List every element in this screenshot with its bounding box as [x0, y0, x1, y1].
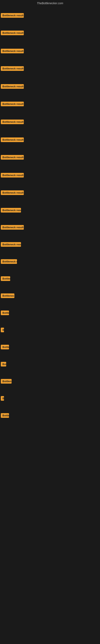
result-row-9: Bottleneck result [0, 154, 25, 162]
bottleneck-badge-19[interactable]: B [1, 328, 4, 332]
result-row-22: Bottlens [0, 378, 12, 386]
result-row-10: Bottleneck result [0, 172, 25, 180]
bottleneck-badge-16[interactable]: Bottlen [1, 276, 10, 281]
bottleneck-badge-9[interactable]: Bottleneck result [1, 155, 24, 160]
result-row-4: Bottleneck result [0, 65, 25, 73]
bottleneck-badge-14[interactable]: Bottleneck resu [1, 242, 21, 247]
bottleneck-badge-13[interactable]: Bottleneck result [1, 225, 24, 230]
result-row-20: Bottle [0, 344, 10, 352]
bottleneck-badge-17[interactable]: Bottleneck [1, 294, 14, 298]
result-row-6: Bottleneck result [0, 100, 25, 108]
bottleneck-badge-2[interactable]: Bottleneck result [1, 30, 24, 35]
bottleneck-badge-22[interactable]: Bottlens [1, 379, 12, 384]
bottleneck-badge-21[interactable]: Bott [1, 362, 6, 366]
result-row-14: Bottleneck resu [0, 241, 22, 249]
bottleneck-badge-15[interactable]: Bottleneck r [1, 259, 17, 264]
bottleneck-badge-20[interactable]: Bottle [1, 345, 9, 349]
bottleneck-badge-7[interactable]: Bottleneck result [1, 120, 24, 124]
bottleneck-badge-12[interactable]: Bottleneck resu [1, 208, 21, 212]
bottleneck-badge-11[interactable]: Bottleneck result [1, 190, 24, 195]
result-row-12: Bottleneck resu [0, 207, 22, 214]
result-row-5: Bottleneck result [0, 83, 25, 91]
result-row-18: Bottle [0, 309, 10, 317]
result-row-1: Bottleneck result [0, 12, 25, 20]
result-row-7: Bottleneck result [0, 118, 25, 126]
result-row-3: Bottleneck result [0, 48, 25, 55]
result-row-16: Bottlen [0, 275, 11, 283]
bottleneck-badge-3[interactable]: Bottleneck result [1, 49, 24, 53]
bottleneck-badge-10[interactable]: Bottleneck result [1, 173, 24, 178]
result-row-23: B [0, 395, 5, 403]
result-row-24: Bottle [0, 412, 10, 420]
bottleneck-badge-6[interactable]: Bottleneck result [1, 102, 24, 106]
bottleneck-badge-5[interactable]: Bottleneck result [1, 84, 24, 89]
bottleneck-badge-18[interactable]: Bottle [1, 310, 9, 315]
site-title: TheBottlenecker.com [0, 0, 100, 6]
result-row-8: Bottleneck result [0, 136, 25, 144]
bottleneck-badge-4[interactable]: Bottleneck result [1, 66, 24, 71]
badges-container: Bottleneck resultBottleneck resultBottle… [0, 6, 100, 644]
bottleneck-badge-1[interactable]: Bottleneck result [1, 13, 24, 18]
result-row-15: Bottleneck r [0, 258, 18, 266]
result-row-21: Bott [0, 361, 7, 368]
result-row-17: Bottleneck [0, 292, 15, 300]
bottleneck-badge-24[interactable]: Bottle [1, 413, 9, 418]
result-row-13: Bottleneck result [0, 224, 25, 232]
result-row-11: Bottleneck result [0, 189, 25, 197]
result-row-19: B [0, 326, 5, 334]
bottleneck-badge-8[interactable]: Bottleneck result [1, 138, 24, 142]
bottleneck-badge-23[interactable]: B [1, 396, 4, 401]
result-row-2: Bottleneck result [0, 30, 25, 37]
